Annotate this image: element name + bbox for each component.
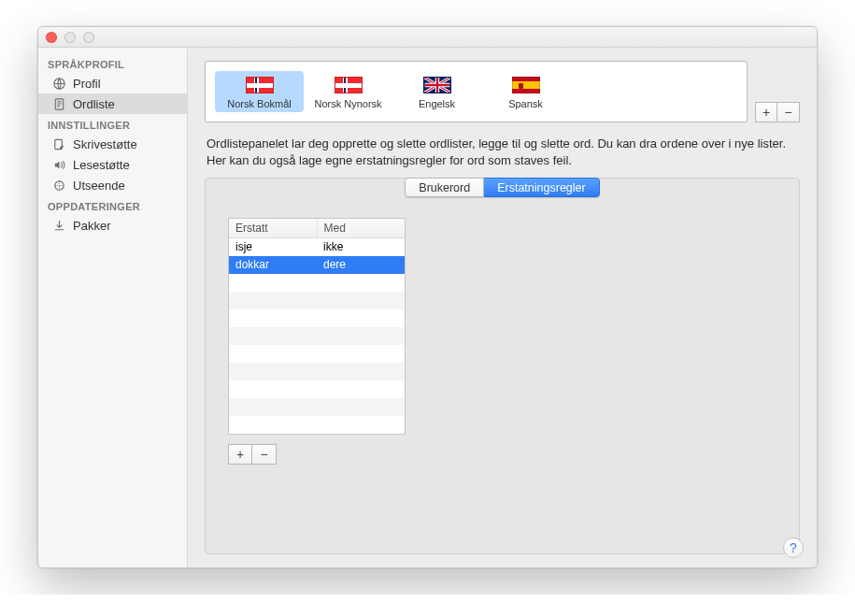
sidebar-section-header: SPRÅKPROFIL (38, 53, 187, 73)
column-replace[interactable]: Erstatt (229, 219, 318, 237)
sidebar-item-label: Skrivestøtte (73, 137, 137, 151)
pencil-icon (51, 136, 66, 151)
cell-replace: dokkar (229, 256, 317, 274)
row-add-button[interactable]: + (228, 444, 252, 465)
flag-icon (512, 77, 540, 93)
tab-user-words[interactable]: Brukerord (405, 178, 484, 197)
row-add-remove: + − (228, 444, 777, 465)
sidebar-item-pakker[interactable]: Pakker (38, 215, 187, 236)
traffic-lights (46, 32, 94, 43)
row-remove-button[interactable]: − (252, 444, 277, 465)
titlebar (38, 27, 817, 48)
sidebar-item-skrivestøtte[interactable]: Skrivestøtte (38, 134, 187, 154)
replacement-table[interactable]: Erstatt Med isjeikkedokkardere (228, 218, 406, 435)
sidebar: SPRÅKPROFILProfilOrdlisteINNSTILLINGERSk… (38, 48, 188, 567)
table-row[interactable]: isjeikke (229, 238, 405, 256)
language-item[interactable]: Norsk Bokmål (215, 71, 304, 112)
page-icon (51, 96, 66, 111)
window-close-button[interactable] (46, 32, 57, 43)
table-body[interactable]: isjeikkedokkardere (229, 238, 405, 434)
language-item[interactable]: Spansk (481, 71, 570, 112)
table-row[interactable] (229, 345, 405, 363)
table-row[interactable] (229, 274, 405, 292)
download-icon (51, 218, 66, 233)
window-zoom-button[interactable] (83, 32, 94, 43)
sidebar-item-label: Profil (73, 77, 101, 91)
table-row[interactable] (229, 380, 405, 398)
table-row[interactable] (229, 416, 405, 434)
sidebar-item-label: Ordliste (73, 97, 115, 111)
sidebar-item-ordliste[interactable]: Ordliste (38, 93, 187, 114)
flag-icon (335, 77, 363, 93)
preferences-window: SPRÅKPROFILProfilOrdlisteINNSTILLINGERSk… (37, 26, 818, 568)
cell-with: ikke (317, 238, 405, 256)
column-with[interactable]: Med (318, 219, 406, 237)
language-bar: Norsk BokmålNorsk NynorskEngelskSpansk (205, 61, 748, 122)
table-row[interactable] (229, 309, 405, 327)
cell-replace: isje (229, 238, 317, 256)
sidebar-section-header: OPPDATERINGER (38, 195, 187, 215)
sidebar-item-label: Lesestøtte (73, 158, 130, 172)
sidebar-item-label: Utseende (73, 179, 125, 193)
table-row[interactable] (229, 398, 405, 416)
language-add-remove: + − (755, 102, 800, 122)
sidebar-item-label: Pakker (73, 219, 110, 233)
sidebar-item-profil[interactable]: Profil (38, 73, 187, 93)
sidebar-item-lesestøtte[interactable]: Lesestøtte (38, 154, 187, 175)
table-row[interactable]: dokkardere (229, 256, 405, 274)
sidebar-section-header: INNSTILLINGER (38, 114, 187, 134)
window-minimize-button[interactable] (64, 32, 76, 43)
speaker-icon (51, 157, 66, 172)
table-row[interactable] (229, 327, 405, 345)
table-row[interactable] (229, 292, 405, 309)
language-remove-button[interactable]: − (777, 102, 800, 122)
cell-with: dere (317, 256, 405, 274)
appearance-icon (51, 178, 66, 193)
language-label: Norsk Bokmål (215, 98, 304, 109)
table-row[interactable] (229, 363, 405, 380)
tab-replacement-rules[interactable]: Erstatningsregler (484, 178, 600, 197)
language-label: Spansk (481, 98, 570, 109)
globe-icon (51, 76, 66, 91)
language-add-button[interactable]: + (755, 102, 777, 122)
language-item[interactable]: Norsk Nynorsk (304, 71, 392, 112)
flag-icon (423, 77, 451, 93)
wordlist-panel: Brukerord Erstatningsregler Erstatt Med … (205, 178, 800, 554)
flag-icon (246, 77, 274, 93)
main-panel: Norsk BokmålNorsk NynorskEngelskSpansk +… (188, 48, 817, 567)
tab-switcher: Brukerord Erstatningsregler (405, 178, 599, 197)
language-item[interactable]: Engelsk (392, 71, 481, 112)
sidebar-item-utseende[interactable]: Utseende (38, 175, 187, 195)
language-label: Engelsk (392, 98, 481, 109)
language-label: Norsk Nynorsk (304, 98, 392, 109)
help-button[interactable]: ? (783, 537, 804, 558)
panel-description: Ordlistepanelet lar deg opprette og slet… (207, 136, 798, 168)
table-header: Erstatt Med (229, 219, 405, 238)
